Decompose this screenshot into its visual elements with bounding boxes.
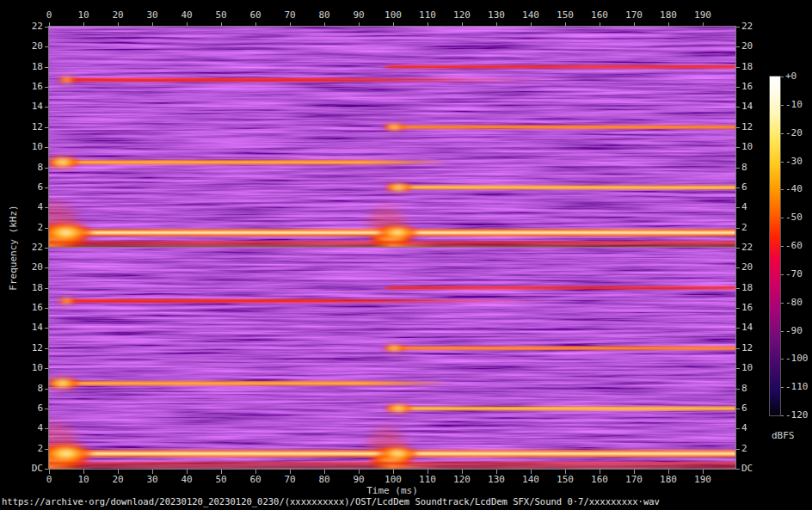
time-tick-label-top: 90 [353, 10, 364, 21]
freq-tick-left [45, 308, 48, 309]
freq-tick-label-right: 20 [741, 41, 753, 52]
time-tick-label-top: 70 [284, 10, 295, 21]
time-tick-label-top: 80 [318, 10, 329, 21]
freq-tick-label-left: 18 [0, 62, 43, 72]
freq-tick-label-left: 20 [0, 41, 43, 52]
freq-tick-label-right: 6 [741, 182, 747, 193]
freq-tick-label-right: 20 [741, 262, 753, 273]
freq-tick-left [45, 127, 48, 128]
colorbar-tick [780, 77, 784, 77]
time-tick-label-top: 10 [77, 10, 89, 21]
colorbar-tick-label: -90 [785, 326, 803, 336]
freq-tick-right [736, 168, 740, 169]
colorbar-tick-label: -30 [785, 157, 803, 167]
freq-tick-left [45, 409, 48, 409]
freq-tick-left [45, 27, 48, 28]
freq-tick-label-left: 8 [0, 384, 43, 394]
colorbar-tick [780, 359, 784, 359]
freq-tick-label-right: 14 [741, 101, 753, 112]
time-tick-label-bottom: 150 [557, 475, 574, 485]
freq-tick-right [736, 248, 740, 249]
freq-tick-label-left: 22 [0, 22, 43, 32]
freq-tick-left [45, 267, 48, 268]
freq-tick-left [45, 469, 48, 470]
colorbar-tick-label: -60 [785, 241, 803, 251]
time-tick-label-bottom: 170 [625, 475, 643, 485]
freq-tick-label-right: 12 [741, 343, 753, 353]
freq-tick-label-right: 6 [741, 403, 747, 414]
colorbar-tick-label: -50 [785, 212, 803, 223]
time-tick-label-top: 30 [146, 10, 157, 21]
colorbar-tick-label: -110 [785, 382, 809, 392]
colorbar-tick [780, 303, 784, 304]
freq-tick-label-left: 6 [0, 403, 43, 414]
time-tick-label-bottom: 180 [660, 475, 677, 485]
freq-tick-label-left: 16 [0, 303, 43, 313]
colorbar-unit-label: dBFS [772, 430, 795, 441]
freq-tick-label-left: 12 [0, 122, 43, 132]
colorbar-tick-label: -20 [785, 128, 803, 138]
freq-tick-label-right: 8 [741, 163, 747, 173]
time-tick-label-bottom: 160 [591, 475, 608, 485]
time-tick-label-bottom: 60 [249, 475, 261, 485]
time-tick-label-bottom: 130 [488, 475, 505, 485]
freq-tick-right [736, 67, 740, 68]
freq-tick-left [45, 288, 48, 289]
freq-tick-left [45, 228, 48, 229]
freq-tick-left [45, 67, 48, 68]
time-tick-label-bottom: 100 [384, 475, 402, 485]
time-tick-label-top: 50 [215, 10, 226, 21]
time-tick-label-bottom: 50 [215, 475, 226, 485]
freq-tick-right [736, 348, 740, 349]
time-tick-label-top: 170 [625, 10, 643, 21]
freq-tick-label-left: 10 [0, 363, 43, 373]
colorbar-tick-label: -80 [785, 298, 803, 308]
colorbar-tick [780, 415, 784, 416]
freq-tick-left [45, 428, 48, 429]
colorbar-tick-label: -40 [785, 184, 803, 194]
time-tick-label-top: 120 [453, 10, 471, 21]
freq-tick-right [736, 46, 740, 47]
freq-tick-label-right: 4 [741, 423, 747, 433]
freq-tick-left [45, 328, 48, 329]
time-tick-label-top: 160 [591, 10, 608, 21]
freq-tick-right [736, 428, 740, 429]
spectrogram-plot [49, 27, 735, 248]
freq-tick-right [736, 127, 740, 128]
freq-tick-label-right: DC [741, 464, 753, 474]
freq-tick-right [736, 328, 740, 329]
colorbar-tick-label: -70 [785, 269, 803, 280]
freq-tick-right [736, 449, 740, 450]
colorbar-tick [780, 246, 784, 247]
colorbar-tick [780, 162, 784, 163]
freq-tick-left [45, 168, 48, 169]
colorbar-tick-label: -120 [785, 410, 809, 421]
colorbar-tick [780, 274, 784, 275]
time-tick-label-top: 110 [419, 10, 436, 21]
time-tick-label-top: 140 [522, 10, 539, 21]
freq-tick-label-right: 10 [741, 363, 753, 373]
freq-tick-right [736, 87, 740, 88]
freq-tick-label-left: 10 [0, 142, 43, 152]
freq-tick-right [736, 368, 740, 369]
freq-tick-right [736, 228, 740, 229]
freq-tick-label-right: 10 [741, 142, 753, 152]
time-tick-label-bottom: 90 [353, 475, 364, 485]
freq-tick-label-left: 6 [0, 182, 43, 193]
freq-tick-right [736, 469, 740, 470]
time-tick-label-bottom: 30 [146, 475, 157, 485]
freq-tick-label-left: 8 [0, 163, 43, 173]
freq-tick-label-left: 14 [0, 101, 43, 112]
time-tick-label-bottom: 190 [694, 475, 711, 485]
freq-tick-label-left: DC [0, 464, 43, 474]
freq-tick-left [45, 147, 48, 148]
time-tick-label-bottom: 20 [112, 475, 123, 485]
colorbar-tick [780, 387, 784, 388]
freq-tick-label-right: 2 [741, 444, 747, 454]
freq-tick-label-left: 16 [0, 82, 43, 92]
freq-tick-label-left: 18 [0, 283, 43, 293]
spectrogram-channel-1 [49, 27, 735, 248]
time-tick-label-top: 180 [660, 10, 677, 21]
freq-tick-right [736, 107, 740, 108]
freq-tick-right [736, 389, 740, 390]
